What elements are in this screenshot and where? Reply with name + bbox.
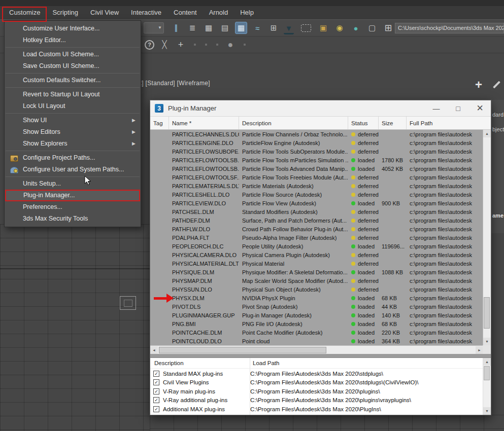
menubar-item-help[interactable]: Help bbox=[234, 6, 260, 19]
column-header-description[interactable]: Description bbox=[239, 117, 348, 129]
vertical-scrollbar[interactable]: ▲ ▼ bbox=[483, 130, 491, 345]
table-row[interactable]: PATCHSEL.DLMStandard Modifiers (Autodesk… bbox=[150, 207, 483, 216]
selection-region-icon[interactable] bbox=[301, 24, 311, 32]
load-path-row[interactable]: ✓Civil View PluginsC:\Program Files\Auto… bbox=[150, 378, 480, 387]
menu-item-show-explorers[interactable]: Show Explorers▶ bbox=[5, 138, 141, 150]
table-row[interactable]: PATHDEF.DLMSurface, Path and Patch Defor… bbox=[150, 216, 483, 225]
sphere-icon[interactable]: ● bbox=[224, 39, 237, 51]
scroll-down-icon[interactable]: ▼ bbox=[483, 407, 491, 415]
table-row[interactable]: PARTICLESHELL.DLOParticle Flow Source (A… bbox=[150, 190, 483, 199]
modify-tab-icon[interactable] bbox=[493, 81, 500, 89]
table-row[interactable]: PATHFLW.DLOCrowd Path Follow Behavior Pl… bbox=[150, 225, 483, 233]
layer-bars-icon[interactable]: ≣ bbox=[186, 22, 198, 34]
menu-item-save-custom-ui-scheme[interactable]: Save Custom UI Scheme... bbox=[5, 60, 141, 72]
load-path-scrollbar[interactable]: ▲ ▼ bbox=[483, 358, 491, 415]
named-selection-sets-combo[interactable]: ▼ bbox=[144, 22, 164, 33]
menu-item-3ds-max-security-tools[interactable]: 3ds Max Security Tools bbox=[5, 213, 141, 225]
menu-item-configure-project-paths[interactable]: Configure Project Paths... bbox=[5, 152, 141, 164]
table-row[interactable]: PARTICLEFLOWTOOLSB...Particle Flow Tools… bbox=[150, 164, 483, 173]
table-row[interactable]: PHYSX.DLMNVIDIA PhysX Pluginloaded68 KBc… bbox=[150, 294, 483, 302]
table-row[interactable]: PARTICLEFLOWTOOLSF...Particle Flow Tools… bbox=[150, 173, 483, 182]
menu-item-show-editors[interactable]: Show Editors▶ bbox=[5, 126, 141, 138]
project-folder-field[interactable]: C:\Users\schockp\Documents\3ds Max 202 bbox=[395, 23, 504, 33]
checkbox[interactable]: ✓ bbox=[153, 371, 159, 377]
table-row[interactable]: PIVOT.DLSPivot Snap (Autodesk)loaded44 K… bbox=[150, 302, 483, 311]
menu-item-units-setup[interactable]: Units Setup... bbox=[5, 178, 141, 190]
menu-item-revert-to-startup-ui-layout[interactable]: Revert to Startup UI Layout bbox=[5, 89, 141, 100]
column-header-size[interactable]: Size bbox=[379, 117, 407, 129]
add-icon[interactable]: + bbox=[175, 39, 187, 51]
scroll-left-icon[interactable]: ◄ bbox=[150, 346, 158, 354]
schematic-view-icon[interactable]: ⊞ bbox=[267, 22, 280, 34]
menu-item-plug-in-manager[interactable]: Plug-in Manager... bbox=[5, 190, 140, 201]
curve-editor-icon[interactable]: ≈ bbox=[251, 22, 263, 34]
render-setup-icon[interactable]: ● bbox=[350, 22, 362, 34]
cut-icon[interactable]: ╳ bbox=[158, 39, 171, 51]
vertical-scroll-thumb[interactable] bbox=[484, 297, 490, 329]
scroll-up-icon[interactable]: ▲ bbox=[483, 358, 491, 366]
table-row[interactable]: PARTICLEFLOWSUBOPE...Particle Flow Tools… bbox=[150, 147, 483, 156]
table-row[interactable]: PHYSSUN.DLOPhysical Sun Object (Autodesk… bbox=[150, 285, 483, 294]
menubar-item-civil-view[interactable]: Civil View bbox=[84, 6, 125, 19]
load-path-row[interactable]: ✓Additional MAX plug-insC:\Program Files… bbox=[150, 405, 480, 414]
checkbox[interactable]: ✓ bbox=[153, 388, 159, 394]
scroll-up-icon[interactable]: ▲ bbox=[483, 130, 491, 137]
material-editor-icon[interactable]: ◉ bbox=[333, 22, 346, 34]
checkbox[interactable]: ✓ bbox=[153, 406, 159, 412]
menu-item-hotkey-editor[interactable]: Hotkey Editor... bbox=[5, 34, 141, 46]
column-header-name[interactable]: Name * bbox=[169, 117, 239, 129]
table-row[interactable]: PARTICLEVIEW.DLOParticle Flow View (Auto… bbox=[150, 199, 483, 207]
menubar-item-interactive[interactable]: Interactive bbox=[125, 6, 167, 19]
ribbon-toggle-icon[interactable]: ▦ bbox=[235, 22, 247, 34]
table-row[interactable]: PNG.BMIPNG File I/O (Autodesk)loaded68 K… bbox=[150, 319, 483, 328]
scroll-right-icon[interactable]: ► bbox=[476, 346, 483, 354]
minimize-button[interactable]: — bbox=[425, 100, 447, 116]
table-row[interactable]: PARTICLEMATERIALS.DLTParticle Materials … bbox=[150, 182, 483, 190]
horizontal-scrollbar[interactable]: ◄ ► bbox=[150, 345, 483, 354]
help-icon[interactable]: ? bbox=[145, 40, 154, 50]
snap-toggle-icon[interactable]: ∥ bbox=[170, 22, 182, 34]
checkbox[interactable]: ✓ bbox=[153, 379, 159, 385]
table-row[interactable]: PHYSIQUE.DLMPhysique Modifier: A Skeleta… bbox=[150, 268, 483, 276]
menu-item-preferences[interactable]: Preferences... bbox=[5, 201, 141, 213]
menu-item-configure-user-and-system-paths[interactable]: Configure User and System Paths... bbox=[5, 164, 141, 175]
column-header-tag[interactable]: Tag bbox=[150, 117, 169, 129]
menubar-item-scripting[interactable]: Scripting bbox=[46, 6, 84, 19]
table-row[interactable]: POINTCACHE.DLMPoint Cache Modifier (Auto… bbox=[150, 328, 483, 337]
horizontal-scroll-thumb[interactable] bbox=[159, 347, 326, 353]
maximize-button[interactable]: □ bbox=[447, 100, 469, 116]
table-row[interactable]: PHYSICALMATERIAL.DLTPhysical Materialdef… bbox=[150, 259, 483, 268]
table-row[interactable]: PEOPLEORCH.DLCPeople Utility (Autodesk)l… bbox=[150, 242, 483, 250]
layer-manager-icon[interactable]: ▤ bbox=[219, 22, 231, 34]
state-sets-icon[interactable]: ▣ bbox=[317, 22, 329, 34]
dialog-titlebar[interactable]: 3 Plug-in Manager — □ ✕ bbox=[150, 100, 491, 117]
menubar-item-arnold[interactable]: Arnold bbox=[203, 6, 234, 19]
load-path-row[interactable]: ✓V-Ray additional plug-insC:\Program Fil… bbox=[150, 396, 480, 405]
checkbox[interactable]: ✓ bbox=[153, 397, 159, 403]
close-button[interactable]: ✕ bbox=[469, 100, 491, 116]
column-header-status[interactable]: Status bbox=[348, 117, 379, 129]
table-row[interactable]: PARTICLEFLOWTOOLSB...Particle Flow Tools… bbox=[150, 156, 483, 164]
create-tab-icon[interactable]: + bbox=[475, 78, 482, 92]
rendered-frame-icon[interactable]: ▢ bbox=[366, 22, 378, 34]
viewport-layout-icon[interactable]: ⊞ bbox=[382, 22, 394, 34]
menu-item-lock-ui-layout[interactable]: Lock UI Layout bbox=[5, 100, 141, 112]
menubar-item-content[interactable]: Content bbox=[167, 6, 203, 19]
table-row[interactable]: PHYSMAP.DLMMap Scaler World Space Modifi… bbox=[150, 276, 483, 285]
menu-item-custom-defaults-switcher[interactable]: Custom Defaults Switcher... bbox=[5, 75, 141, 86]
table-row[interactable]: PHYSICALCAMERA.DLOPhysical Camera Plugin… bbox=[150, 250, 483, 259]
load-path-scroll-thumb[interactable] bbox=[484, 366, 490, 380]
table-row[interactable]: PDALPHA.FLTPseudo-Alpha Image Filter (Au… bbox=[150, 233, 483, 242]
dialog-splitter[interactable] bbox=[150, 354, 491, 357]
download-arrow-icon[interactable]: ▼ bbox=[284, 23, 294, 34]
scroll-down-icon[interactable]: ▼ bbox=[483, 338, 491, 345]
scene-explorer-icon[interactable]: ▦ bbox=[203, 22, 215, 34]
menu-item-customize-user-interface[interactable]: Customize User Interface... bbox=[5, 23, 141, 34]
menu-item-show-ui[interactable]: Show UI▶ bbox=[5, 115, 141, 126]
table-row[interactable]: PLUGINMANAGER.GUPPlug-in Manager (Autode… bbox=[150, 311, 483, 319]
menu-item-load-custom-ui-scheme[interactable]: Load Custom UI Scheme... bbox=[5, 49, 141, 60]
table-row[interactable]: POINTCLOUD.DLOPoint cloudloaded364 KBc:\… bbox=[150, 337, 483, 345]
load-path-row[interactable]: ✓Standard MAX plug-insC:\Program Files\A… bbox=[150, 369, 480, 378]
column-header-full-path[interactable]: Full Path bbox=[407, 117, 491, 129]
table-row[interactable]: PARTICLECHANNELS.DLOParticle Flow Channe… bbox=[150, 130, 483, 138]
